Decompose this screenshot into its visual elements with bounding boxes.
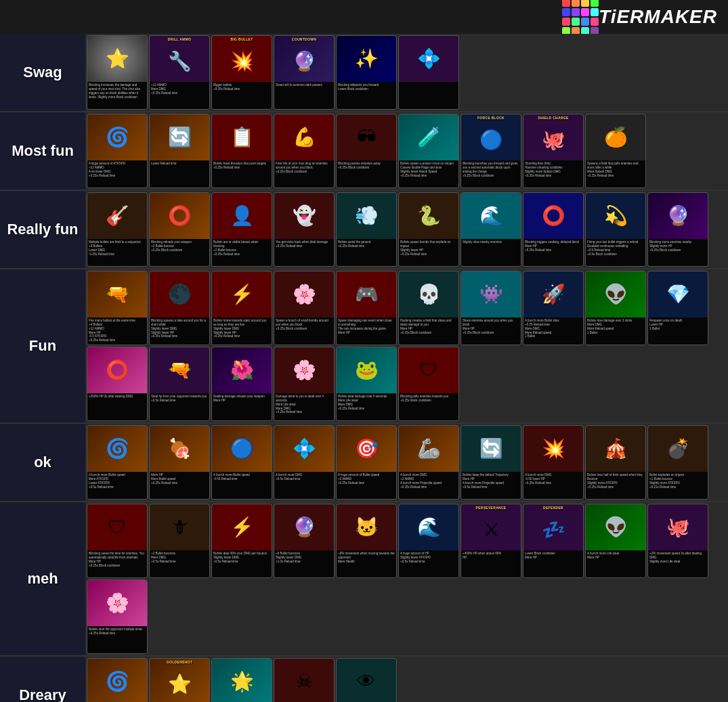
card-image: 🌟 bbox=[212, 659, 272, 702]
card[interactable]: ⭕ +200% HP 3s after dealing DMG bbox=[87, 347, 148, 421]
card-icon: ⭐ bbox=[168, 675, 192, 694]
card[interactable]: 🔵 A bunch more Bullet speed-0.50 Reload … bbox=[211, 425, 272, 500]
card[interactable]: 📋 Bullets have thrusters that push targe… bbox=[211, 114, 272, 188]
card-image: 👁 bbox=[337, 659, 396, 702]
card-inner: DEFENDER 💤 Lower Block cooldownMore HP bbox=[523, 504, 583, 577]
card[interactable]: 👻 You get tricks back when deal damage+0… bbox=[274, 192, 335, 267]
card[interactable]: 🍊 Spawns a field that pulls enemies and … bbox=[585, 114, 646, 188]
card[interactable]: 🌸 Spawn a bunch of small bombs around yo… bbox=[274, 271, 335, 345]
card[interactable]: 🔫 Steal hp from your opponent towards yo… bbox=[149, 347, 210, 421]
card-image: ⚡ bbox=[212, 271, 272, 317]
card[interactable]: 👤 Bullets are to visible beasts when blo… bbox=[211, 192, 272, 267]
card[interactable]: 👁 Blocking spawns a ring of slowing prop… bbox=[336, 658, 397, 702]
card[interactable]: 🗡 +2 Bullet bouncesMore DMG+0.5s Reload … bbox=[149, 504, 210, 578]
card[interactable]: 👾 Slows enemies around you when you bloc… bbox=[461, 271, 521, 345]
card[interactable]: 🔄 Bullets keep the default TrajectoryMor… bbox=[461, 425, 521, 500]
card-inner: 🐙 +2% movement speed 3s after dealing DM… bbox=[648, 504, 708, 577]
card[interactable]: 🕶 Blocking pushes enemies away+0.25s Blo… bbox=[336, 114, 397, 188]
card[interactable]: 👽 Bullets lose damage over 3 shotsMore D… bbox=[585, 271, 646, 345]
tier-label-swag: Swag bbox=[0, 34, 85, 111]
card[interactable]: ⭕ Blocking reloads your weapon+2 Bullet … bbox=[149, 192, 210, 267]
card[interactable]: ⭕ Blocking triggers snaking, delayed blo… bbox=[523, 192, 584, 267]
card-inner: 👁 Blocking spawns a ring of slowing prop… bbox=[337, 659, 396, 702]
card[interactable]: ☠ Silver bullet with right stick / mouse… bbox=[274, 658, 335, 702]
card[interactable]: DRILL AMMO 🔧 +12 AMMOMore DMG+0.25s Relo… bbox=[149, 35, 210, 110]
card[interactable]: 🛡 Blocking saves the time for enemies. Y… bbox=[87, 504, 148, 578]
card[interactable]: 🌺 Dealing damage reloads your weaponMore… bbox=[211, 347, 272, 421]
logo-cell bbox=[562, 0, 570, 7]
card-desc: A bunch more Bullet speedMore ATKSPDLowe… bbox=[87, 472, 147, 499]
tier-cards-swag: ⭐ Blocking increases the damage and spee… bbox=[85, 34, 728, 111]
card[interactable]: 🐙 +2% movement speed 3s after dealing DM… bbox=[647, 504, 708, 578]
card[interactable]: 💠 bbox=[398, 35, 459, 110]
card[interactable]: 🍖 More HPMore Bullet speed+0.25s Reload … bbox=[149, 425, 210, 500]
card[interactable]: BIG BULLET 💥 Bigger bullets+0.25s Reload… bbox=[211, 35, 272, 110]
card-inner: 🌸 Spawn a bunch of small bombs around yo… bbox=[274, 271, 334, 345]
card[interactable]: 🎮 Spawn damaging rain event when close t… bbox=[336, 271, 397, 345]
card[interactable]: 🌊 A huge amount of HPSlightly lower ATKS… bbox=[398, 504, 459, 578]
card-inner: SHIELD CHARGE 🐙 Shooting fires (fire)Ham… bbox=[523, 114, 583, 188]
card-inner: FORCE BLOCK 🔵 Blocking launches you forw… bbox=[461, 114, 521, 188]
card-icon: 🍊 bbox=[604, 128, 628, 147]
header: TiERMAKER bbox=[0, 0, 728, 34]
card[interactable]: DEFENDER 💤 Lower Block cooldownMore HP bbox=[523, 504, 584, 578]
card[interactable]: 🌸 Bullets stun the opponent multiple tim… bbox=[87, 579, 148, 654]
card-inner: 🌟 Blocking creates a healing field+0.25s… bbox=[212, 659, 272, 702]
card-icon: 🔮 bbox=[293, 52, 316, 71]
card[interactable]: 🚀 A bunch more Bullet slow+0.25 Reload t… bbox=[523, 271, 584, 345]
card[interactable]: FORCE BLOCK 🔵 Blocking launches you forw… bbox=[461, 114, 521, 188]
card-desc: Bullets deal damage over 5 secondsMore L… bbox=[337, 393, 396, 420]
card-inner: 💫 Firing your last bullet triggers a rel… bbox=[586, 193, 645, 266]
card[interactable]: ⚡ Bullets deal 40% your DMG per bounceSl… bbox=[211, 504, 272, 578]
card[interactable]: 🦾 A bunch more DMG+2 AMMOA bunch more Pr… bbox=[398, 425, 459, 500]
card[interactable]: 🌟 Blocking creates a healing field+0.25s… bbox=[211, 658, 272, 702]
card[interactable]: 🎪 Bullets lose half of their speed when … bbox=[585, 425, 646, 500]
card[interactable]: 💀 Hacking creates a field that slows and… bbox=[398, 271, 459, 345]
card[interactable]: 🌀 A bunch more Bullet speedMore ATKSPDLo… bbox=[87, 425, 148, 500]
card[interactable]: 🌸 Damage done to you is dealt over 4 sec… bbox=[274, 347, 335, 421]
card[interactable]: 🛡 Blocking pulls enemies towards you+0.2… bbox=[398, 347, 459, 421]
card[interactable]: 🔮 +6 Bullet bouncesSlightly lower DMG+1.… bbox=[274, 504, 335, 578]
card[interactable]: 🔄 Lower Reload time bbox=[149, 114, 210, 188]
card[interactable]: 🔮 Blocking stuns enemies nearbySlightly … bbox=[647, 192, 708, 267]
card[interactable]: 💠 A bunch more DMG+0.5s Reload time bbox=[274, 425, 335, 500]
card[interactable]: 💫 Firing your last bullet triggers a rel… bbox=[585, 192, 646, 267]
card-image: ⭕ bbox=[87, 347, 147, 393]
card-icon: 🕶 bbox=[357, 128, 376, 147]
card-desc: Steal hp from your opponent towards you+… bbox=[150, 393, 209, 420]
card[interactable]: 🎸 Multiple bullets are fired in a sequen… bbox=[87, 192, 148, 267]
card[interactable]: 🎯 A huge amount of Bullet speed+2 AMMO+0… bbox=[336, 425, 397, 500]
card-image: ⚡ bbox=[212, 504, 272, 550]
card[interactable]: 💪 Free hits of your max dmg on enemies a… bbox=[274, 114, 335, 188]
tier-label-fun: Fun bbox=[0, 269, 85, 422]
card-desc: Bigger bullets+0.25s Reload time bbox=[212, 82, 272, 109]
logo-cell bbox=[581, 18, 589, 26]
card-desc: Bullets spawn a poison cloud on impactCa… bbox=[399, 160, 458, 188]
card[interactable]: 🐱 +6% movement when moving towards the o… bbox=[336, 504, 397, 578]
card[interactable]: 🐍 Bullets spawn bombs that explode on im… bbox=[398, 192, 459, 267]
card[interactable]: COUNTDOWN 🔮 Stand still to summon dark p… bbox=[274, 35, 335, 110]
card-inner: BIG BULLET 💥 Bigger bullets+0.25s Reload… bbox=[212, 36, 272, 109]
card[interactable]: 🌊 Slightly slow nearby enemies bbox=[461, 192, 521, 267]
logo-cell bbox=[591, 0, 599, 7]
card[interactable]: PERSEVERANCE ⚔ +400% HP when above 80%HP bbox=[461, 504, 521, 578]
card[interactable]: SHIELD CHARGE 🐙 Shooting fires (fire)Ham… bbox=[523, 114, 584, 188]
card[interactable]: GOLDENSHOT ⭐ Adds a shotgun vibe to your… bbox=[149, 658, 210, 702]
card[interactable]: 🌀 Bullets gets more damage your time whe… bbox=[87, 658, 148, 702]
card[interactable]: 🧪 Bullets spawn a poison cloud on impact… bbox=[398, 114, 459, 188]
card[interactable]: 🌑 Blocking spawns a lake around you for … bbox=[149, 271, 210, 345]
card[interactable]: 🔫 Fire many bullets at the same time+4 B… bbox=[87, 271, 148, 345]
card[interactable]: ⭐ Blocking increases the damage and spee… bbox=[87, 35, 148, 110]
card[interactable]: ✨ Blocking teleports you forwardLower Bl… bbox=[336, 35, 397, 110]
card-image: ✨ bbox=[337, 36, 396, 82]
card[interactable]: 🐸 Bullets deal damage over 5 secondsMore… bbox=[336, 347, 397, 421]
card-icon: 🦾 bbox=[417, 439, 441, 458]
card[interactable]: 💣 Bullet explodes on impact+1 Bullet bou… bbox=[647, 425, 708, 500]
card[interactable]: 💥 A bunch more DMG-0.50 lower HP+0.25s R… bbox=[523, 425, 584, 500]
card[interactable]: 💎 Respawn once on deathLower HP1 Bullet bbox=[647, 271, 708, 345]
card[interactable]: ⚡ Bullets home towards static around you… bbox=[211, 271, 272, 345]
card[interactable]: 💨 Bullets avoid the ground+0.25s Reload … bbox=[336, 192, 397, 267]
card[interactable]: 👽 A bunch more Life stealMore HP bbox=[585, 504, 646, 578]
card[interactable]: 🌀 A large amount of ATKSPD+12 AMMOA lot … bbox=[87, 114, 148, 188]
card-inner: 🎸 Multiple bullets are fired in a sequen… bbox=[87, 193, 147, 266]
